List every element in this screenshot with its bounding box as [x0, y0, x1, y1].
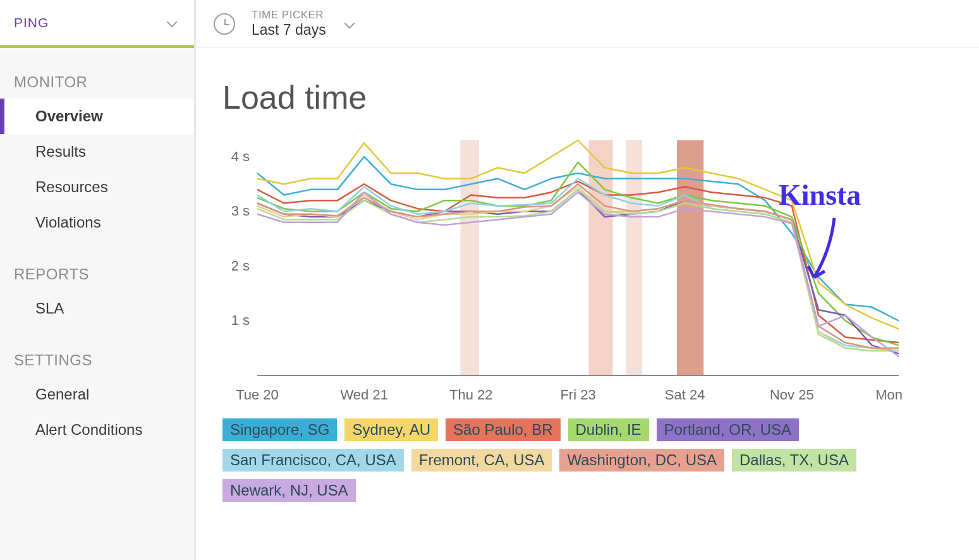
legend-dallas-tx-usa[interactable]: Dallas, TX, USA [732, 449, 856, 472]
legend-newark-nj-usa[interactable]: Newark, NJ, USA [222, 479, 356, 502]
topbar: TIME PICKER Last 7 days [196, 0, 979, 48]
chart-wrap: 1 s2 s3 s4 sTue 20Wed 21Thu 22Fri 23Sat … [222, 134, 979, 406]
main: TIME PICKER Last 7 days Load time 1 s2 s… [196, 0, 979, 560]
svg-text:Sat 24: Sat 24 [665, 387, 705, 403]
sidebar: PING MONITOROverviewResultsResourcesViol… [0, 0, 196, 560]
svg-text:2 s: 2 s [231, 258, 250, 274]
svg-text:Mon 26: Mon 26 [875, 387, 905, 403]
svg-text:3 s: 3 s [231, 203, 250, 219]
chart-legend: Singapore, SGSydney, AUSão Paulo, BRDubl… [222, 418, 899, 502]
legend-sydney-au[interactable]: Sydney, AU [344, 418, 438, 441]
svg-text:1 s: 1 s [231, 312, 250, 328]
clock-icon [214, 13, 235, 35]
time-picker[interactable]: TIME PICKER Last 7 days [252, 9, 355, 39]
load-time-chart: 1 s2 s3 s4 sTue 20Wed 21Thu 22Fri 23Sat … [222, 134, 905, 406]
nav-item-results[interactable]: Results [0, 134, 194, 169]
svg-text:Tue 20: Tue 20 [236, 387, 279, 403]
nav-item-violations[interactable]: Violations [0, 205, 194, 240]
chart-title: Load time [222, 78, 979, 116]
legend-fremont-ca-usa[interactable]: Fremont, CA, USA [411, 449, 552, 472]
svg-text:Nov 25: Nov 25 [770, 387, 814, 403]
svg-text:4 s: 4 s [231, 149, 250, 164]
svg-text:Wed 21: Wed 21 [340, 387, 387, 403]
legend-portland-or-usa[interactable]: Portland, OR, USA [657, 418, 799, 441]
legend-dublin-ie[interactable]: Dublin, IE [568, 418, 649, 441]
nav-item-general[interactable]: General [0, 377, 194, 412]
legend-washington-dc-usa[interactable]: Washington, DC, USA [559, 449, 724, 472]
svg-text:Fri 23: Fri 23 [560, 387, 595, 403]
time-picker-value: Last 7 days [252, 21, 326, 39]
svg-rect-0 [460, 140, 479, 375]
time-picker-label: TIME PICKER [252, 9, 326, 21]
nav-item-sla[interactable]: SLA [0, 291, 194, 326]
nav-item-resources[interactable]: Resources [0, 169, 194, 205]
svg-rect-3 [677, 140, 703, 375]
legend-s-o-paulo-br[interactable]: São Paulo, BR [446, 418, 560, 441]
svg-rect-2 [626, 140, 642, 375]
section-head-reports: REPORTS [0, 240, 194, 291]
svg-text:Thu 22: Thu 22 [449, 387, 493, 403]
legend-singapore-sg[interactable]: Singapore, SG [222, 418, 337, 441]
chevron-down-icon [166, 17, 178, 28]
chevron-down-icon [344, 18, 355, 30]
app-selector[interactable]: PING [0, 0, 194, 48]
nav-item-overview[interactable]: Overview [0, 99, 194, 134]
app-selector-label: PING [14, 15, 49, 30]
nav-item-alert-conditions[interactable]: Alert Conditions [0, 412, 194, 447]
legend-san-francisco-ca-usa[interactable]: San Francisco, CA, USA [222, 449, 404, 472]
section-head-settings: SETTINGS [0, 326, 194, 377]
section-head-monitor: MONITOR [0, 48, 194, 99]
